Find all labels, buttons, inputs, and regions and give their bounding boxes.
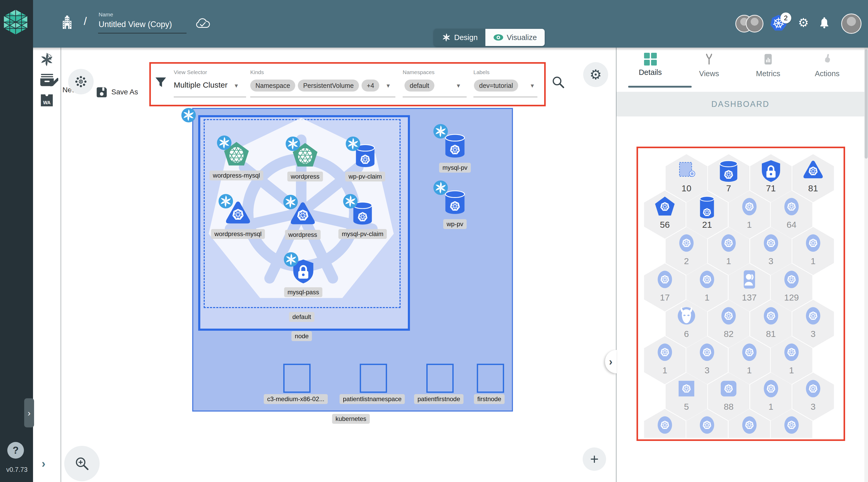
devil-icon [675, 305, 699, 329]
actions-hand-icon [822, 53, 833, 66]
metrics-icon [762, 53, 774, 66]
meshery-sync-badge [283, 252, 299, 267]
zoom-in-button[interactable] [64, 446, 100, 481]
tab-details-label: Details [624, 68, 676, 77]
design-spiral-icon [442, 33, 451, 42]
k8s-node-rect[interactable] [360, 364, 387, 393]
entity-label: wp-pv [443, 219, 467, 229]
pv-icon [695, 196, 719, 220]
tab-metrics-label: Metrics [742, 69, 794, 78]
name-field-label: Name [99, 11, 113, 18]
k8s-icon [801, 232, 825, 256]
resource-count: 5 [684, 401, 689, 412]
k8s-icon [717, 305, 741, 329]
plus-icon: + [590, 452, 599, 467]
meshery-sync-badge [285, 136, 301, 151]
tab-actions-label: Actions [801, 69, 853, 78]
resource-count: 81 [808, 183, 818, 193]
catalog-edit-icon[interactable] [39, 72, 58, 90]
context-count-badge: 2 [780, 12, 791, 23]
k8s-icon [737, 196, 762, 220]
meshery-sync-badge [217, 135, 232, 150]
entity-label: kubernetes [332, 414, 370, 424]
notifications-bell-icon[interactable] [818, 16, 830, 30]
resource-count: 1 [726, 256, 731, 266]
resource-count: 1 [768, 401, 773, 412]
collaborator-avatar[interactable] [746, 15, 764, 32]
k8s-icon [780, 196, 804, 220]
tab-actions[interactable]: Actions [801, 53, 853, 78]
meshery-sync-badge [433, 180, 448, 195]
entity-label: mysql-pv-claim [338, 229, 387, 239]
meshery-sync-badge [181, 108, 196, 123]
resource-count: 17 [660, 292, 670, 302]
rail-expand-chevron[interactable]: › [42, 457, 45, 470]
wasm-filter-icon[interactable]: WA [40, 94, 54, 108]
resource-count: 1 [705, 292, 710, 302]
k8s-node-rect[interactable] [477, 364, 504, 393]
visualize-label: Visualize [507, 33, 537, 42]
tab-details[interactable]: Details [624, 53, 676, 77]
resource-count: 2 [684, 256, 689, 266]
k8s-icon [780, 414, 804, 438]
help-icon[interactable]: ? [7, 442, 24, 459]
kanvas-app: / Name Untitled View (Copy) Design Visua… [0, 0, 868, 482]
k8s-icon [801, 378, 825, 401]
name-input[interactable]: Untitled View (Copy) [99, 20, 172, 29]
k8s-icon [780, 341, 804, 365]
breadcrumb-separator: / [84, 15, 87, 28]
resource-count: 137 [742, 292, 757, 302]
details-grid-icon [644, 53, 657, 66]
svg-text:WA: WA [43, 100, 51, 105]
entity-label: mysql-pass [284, 287, 322, 297]
resource-count: 56 [660, 220, 670, 230]
k8s-icon [759, 305, 783, 329]
visualize-eye-icon [493, 34, 503, 41]
k8s-node-rect[interactable] [426, 364, 454, 393]
design-label: Design [454, 33, 477, 42]
pod-icon [801, 159, 825, 183]
k8s-icon [653, 414, 677, 438]
panel-scrollbar-thumb[interactable] [865, 50, 868, 159]
version-text: v0.7.73 [6, 466, 28, 474]
entity-label: wp-pv-claim [345, 171, 385, 182]
resource-count: 10 [682, 183, 691, 193]
entity-label: default [289, 312, 314, 322]
dashboard-title: DASHBOARD [711, 100, 769, 109]
user-avatar[interactable] [841, 13, 862, 34]
k8s-icon [737, 414, 762, 438]
tab-design[interactable]: Design [434, 29, 485, 46]
tab-views-label: Views [683, 69, 735, 78]
user-icon [737, 268, 762, 292]
entity-label: wordpress [287, 171, 323, 182]
k8s-icon [695, 414, 719, 438]
k8s-icon [653, 341, 677, 365]
resource-count: 64 [786, 220, 797, 230]
resource-count: 88 [724, 401, 734, 412]
settings-gear-icon[interactable]: ⚙ [798, 17, 809, 29]
resource-hex-grid: 1077181562116421311711371296828131311588… [638, 148, 842, 438]
mode-toggle: Design Visualize [434, 29, 545, 46]
sidebar-expand-chevron[interactable]: › [24, 398, 34, 427]
header-shadow [33, 47, 868, 51]
meshery-sync-badge [433, 124, 448, 139]
k8s-icon [759, 378, 783, 401]
tab-visualize[interactable]: Visualize [485, 29, 545, 46]
k8s-icon [759, 232, 783, 256]
tab-views[interactable]: Views [683, 53, 735, 78]
pvc-icon [717, 159, 741, 183]
organization-icon[interactable] [59, 14, 75, 32]
add-node-button[interactable]: + [583, 447, 606, 471]
k8s-icon [737, 341, 762, 365]
meshery-logo[interactable] [4, 9, 27, 36]
entity-label: firstnode [474, 394, 505, 404]
resource-count: 1 [789, 365, 794, 376]
k8s-icon [780, 268, 804, 292]
resource-count: 6 [684, 329, 689, 339]
cloud-saved-icon [194, 16, 211, 31]
active-tab-underline [628, 86, 692, 88]
tab-metrics[interactable]: Metrics [742, 53, 794, 78]
entity-label: c3-medium-x86-02... [264, 394, 328, 404]
k8s-node-rect[interactable] [283, 364, 311, 393]
meshery-spiral-tool-icon[interactable] [39, 53, 54, 68]
